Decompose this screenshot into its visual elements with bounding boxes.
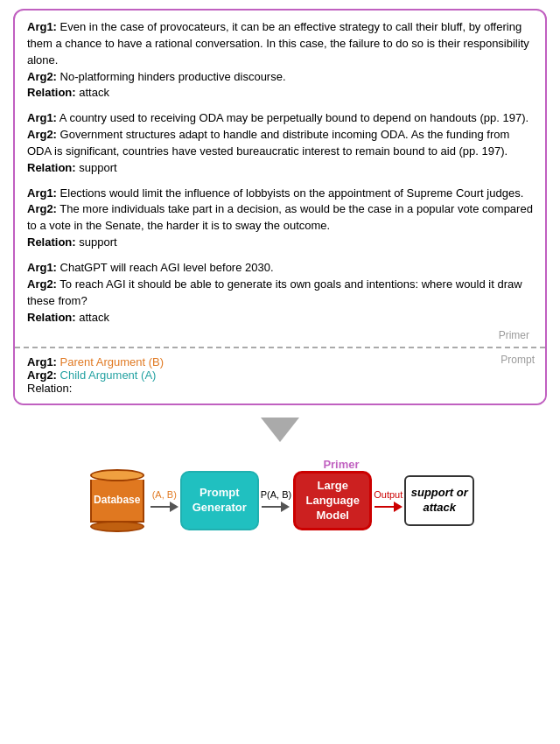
output-label: support orattack [411,486,468,516]
arg1-text-4: ChatGPT will reach AGI level before 2030… [60,261,274,274]
prompt-relation: Relation: [27,382,533,395]
arrow3-wrap: Output [374,489,402,512]
relation-text-3: support [79,235,116,249]
llm-label: LargeLanguageModel [306,479,360,523]
database-label: Database [94,494,140,506]
llm-box: LargeLanguageModel [293,471,372,530]
prompt-arg2-text: Child Argument (A) [60,368,157,382]
db-top-ellipse [90,469,144,481]
arrow-down-icon [261,418,299,442]
prompt-section: Prompt Arg1: Parent Argument (B) Arg2: C… [15,348,545,404]
prompt-arg1: Arg1: Parent Argument (B) [27,355,533,368]
relation-3: Relation: support [27,235,533,251]
prompt-relation-label: Relation: [27,382,72,395]
arg2-text-4: To reach AGI it should be able to genera… [27,277,522,307]
arg1-label-2: Arg1: A country used to receiving ODA ma… [27,110,533,127]
arrow2-head [281,502,290,512]
arrow1-wrap: (A, B) [150,489,178,512]
argument-block-3: Arg1: Elections would limit the influenc… [27,186,533,251]
arg2-label-2: Arg2: Government structures adapt to han… [27,127,533,160]
arrow3-line [374,506,394,508]
prompt-arg2: Arg2: Child Argument (A) [27,368,533,382]
arrow1-line [150,506,170,508]
arg2-text-1: No-platforming hinders productive discou… [60,70,286,83]
database-shape: Database [86,469,149,532]
relation-2: Relation: support [27,160,533,177]
primer-section: Arg1: Even in the case of provocateurs, … [15,11,545,348]
relation-1: Relation: attack [27,85,533,102]
primer-label-container: Primer [27,329,533,341]
arg1-label-4: Arg1: ChatGPT will reach AGI level befor… [27,260,533,277]
arg2-label-3: Arg2: The more individuals take part in … [27,201,533,235]
prompt-arg1-text: Parent Argument (B) [60,355,164,368]
db-bottom-cap [90,521,144,532]
arrow2-label: P(A, B) [261,489,291,500]
relation-text-1: attack [79,86,109,99]
arg1-text-1: Even in the case of provocateurs, it can… [27,20,529,67]
arrow3 [374,502,402,512]
arrow2-wrap: P(A, B) [261,489,291,512]
pg-label: PromptGenerator [192,486,247,516]
arrow1-head [170,502,178,512]
output-box: support orattack [404,475,474,526]
relation-text-4: attack [79,311,109,324]
diagram-row: Database (A, B) PromptGenerator P(A, B) [86,469,474,532]
relation-text-2: support [79,161,116,174]
prompt-label: Prompt [500,354,535,366]
db-body: Database [90,480,144,523]
arg2-label-4: Arg2: To reach AGI it should be able to … [27,277,533,310]
argument-block-4: Arg1: ChatGPT will reach AGI level befor… [27,260,533,326]
arg2-label-1: Arg2: No-platforming hinders productive … [27,69,533,86]
arrow2-line [262,506,281,508]
prompt-generator-box: PromptGenerator [180,471,259,530]
argument-block-2: Arg1: A country used to receiving ODA ma… [27,110,533,176]
arrow1-label: (A, B) [152,489,177,500]
arg2-text-2: Government structures adapt to handle an… [27,128,509,158]
argument-block-1: Arg1: Even in the case of provocateurs, … [27,19,533,102]
top-box: Arg1: Even in the case of provocateurs, … [13,9,547,405]
arrow3-head [394,502,402,512]
arrow2 [262,502,290,512]
relation-4: Relation: attack [27,310,533,326]
arrow-down-container [13,414,547,444]
arrow3-label: Output [374,489,402,500]
arg1-text-2: A country used to receiving ODA may be p… [60,111,528,124]
arg2-text-3: The more individuals take part in a deci… [27,202,533,232]
main-container: Arg1: Even in the case of provocateurs, … [0,0,560,550]
arg1-label-3: Arg1: Elections would limit the influenc… [27,186,533,202]
arrow1 [150,502,178,512]
arg1-text-3: Elections would limit the influence of l… [60,186,524,200]
primer-label: Primer [499,329,529,341]
arg1-label-1: Arg1: Even in the case of provocateurs, … [27,19,533,69]
diagram-container: Primer Database (A, B) Promp [13,453,547,541]
